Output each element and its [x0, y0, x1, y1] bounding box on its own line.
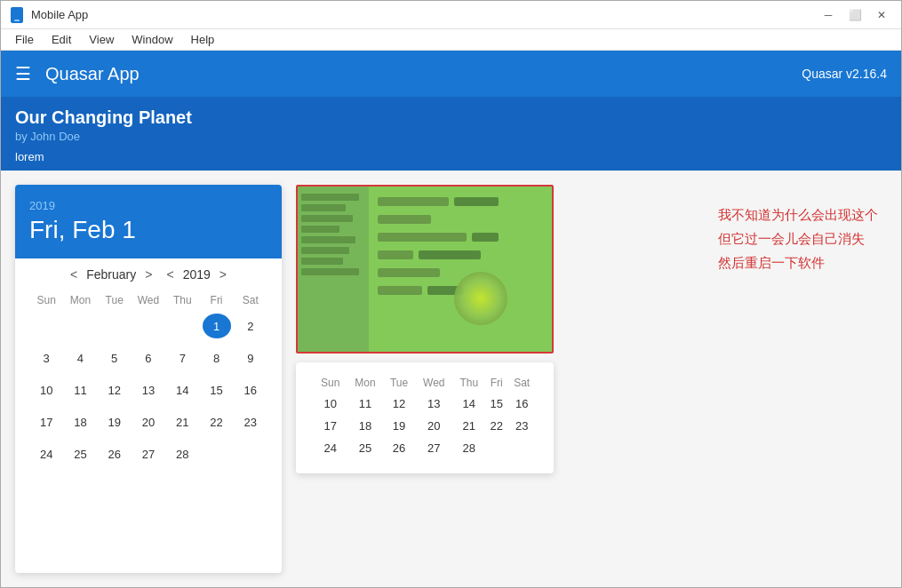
- close-button[interactable]: ✕: [869, 5, 894, 25]
- calendar-day[interactable]: 3: [29, 342, 63, 374]
- next-month-button[interactable]: >: [140, 266, 157, 283]
- col-fri: Fri: [199, 290, 233, 310]
- window-frame: Mobile App ─ ⬜ ✕ File Edit View Window H…: [0, 0, 902, 588]
- menu-edit[interactable]: Edit: [44, 31, 78, 48]
- banner-author: by John Doe: [15, 130, 887, 143]
- menu-help[interactable]: Help: [184, 31, 222, 48]
- below-calendar-day[interactable]: 23: [507, 415, 536, 437]
- col-sun: Sun: [29, 290, 63, 310]
- hamburger-icon[interactable]: ☰: [15, 63, 31, 84]
- calendar-day: [29, 310, 63, 342]
- calendar-grid: Sun Mon Tue Wed Thu Fri Sat 123456789101…: [29, 290, 267, 470]
- annotation-line3: 然后重启一下软件: [718, 250, 878, 274]
- prev-month-button[interactable]: <: [65, 266, 83, 283]
- calendar-day[interactable]: 2: [234, 310, 267, 342]
- calendar-day: [234, 438, 267, 470]
- below-calendar-day[interactable]: 19: [383, 415, 414, 437]
- below-col-tue: Tue: [383, 373, 414, 393]
- calendar-header: 2019 Fri, Feb 1: [15, 185, 282, 258]
- menu-view[interactable]: View: [82, 31, 121, 48]
- calendar-day[interactable]: 18: [63, 406, 97, 438]
- calendar-day[interactable]: 4: [63, 342, 97, 374]
- below-calendar-day: [507, 437, 536, 459]
- header-left: ☰ Quasar App: [15, 63, 140, 84]
- below-calendar-day[interactable]: 15: [485, 393, 507, 415]
- calendar-day[interactable]: 10: [29, 374, 63, 406]
- menu-file[interactable]: File: [8, 31, 41, 48]
- below-calendar-day[interactable]: 13: [415, 393, 453, 415]
- next-year-button[interactable]: >: [214, 266, 232, 283]
- calendar-day[interactable]: 25: [63, 438, 97, 470]
- calendar-day: [165, 310, 199, 342]
- main-content: 2019 Fri, Feb 1 < February > < 2019 > Su…: [1, 171, 901, 587]
- overlay-row-1: [378, 195, 543, 208]
- below-calendar-day[interactable]: 26: [383, 437, 414, 459]
- title-bar: Mobile App ─ ⬜ ✕: [1, 1, 901, 29]
- col-tue: Tue: [98, 290, 132, 310]
- calendar-date: Fri, Feb 1: [29, 216, 267, 244]
- calendar-day[interactable]: 14: [165, 374, 199, 406]
- calendar-day[interactable]: 19: [98, 406, 132, 438]
- calendar-day[interactable]: 11: [63, 374, 97, 406]
- calendar-body: < February > < 2019 > Sun Mon Tue Wed: [15, 258, 282, 484]
- window-controls: ─ ⬜ ✕: [816, 5, 894, 25]
- maximize-button[interactable]: ⬜: [842, 5, 867, 25]
- below-calendar-day[interactable]: 10: [314, 393, 347, 415]
- col-thu: Thu: [165, 290, 199, 310]
- calendar-day[interactable]: 27: [132, 438, 165, 470]
- calendar-day[interactable]: 9: [234, 342, 267, 374]
- overlay-row-2: [378, 213, 543, 226]
- annotation: 我不知道为什么会出现这个 但它过一会儿会自己消失 然后重启一下软件: [718, 203, 878, 274]
- below-calendar-day[interactable]: 21: [453, 415, 485, 437]
- calendar-row: 2425262728: [29, 438, 267, 470]
- app-icon: [8, 6, 26, 24]
- calendar-day[interactable]: 28: [165, 438, 199, 470]
- below-calendar-day[interactable]: 24: [314, 437, 347, 459]
- below-calendar-day[interactable]: 12: [383, 393, 414, 415]
- overlay-row-4: [378, 249, 543, 261]
- menu-bar: File Edit View Window Help: [1, 29, 901, 51]
- menu-window[interactable]: Window: [124, 31, 180, 48]
- below-calendar-day[interactable]: 28: [453, 437, 485, 459]
- below-calendar-day[interactable]: 18: [347, 415, 383, 437]
- calendar-day[interactable]: 8: [199, 342, 233, 374]
- calendar-day[interactable]: 6: [132, 342, 165, 374]
- banner: Our Changing Planet by John Doe lorem: [1, 97, 901, 171]
- overlay-row-3: [378, 231, 543, 243]
- calendar-day[interactable]: 22: [199, 406, 233, 438]
- below-calendar-day[interactable]: 27: [415, 437, 453, 459]
- below-header-row: Sun Mon Tue Wed Thu Fri Sat: [314, 373, 536, 393]
- annotation-line1: 我不知道为什么会出现这个: [718, 203, 878, 226]
- overlay-inner: [298, 187, 552, 352]
- calendar-day[interactable]: 21: [165, 406, 199, 438]
- calendar-day[interactable]: 15: [199, 374, 233, 406]
- calendar-day[interactable]: 5: [98, 342, 132, 374]
- calendar-day: [199, 438, 233, 470]
- below-calendar-day[interactable]: 22: [485, 415, 507, 437]
- calendar-day[interactable]: 1: [199, 310, 233, 342]
- calendar-day[interactable]: 16: [234, 374, 267, 406]
- below-col-sun: Sun: [314, 373, 347, 393]
- below-calendar-day[interactable]: 25: [347, 437, 383, 459]
- calendar-month-label: February: [86, 267, 136, 282]
- calendar-day: [132, 310, 165, 342]
- calendar-day[interactable]: 12: [98, 374, 132, 406]
- calendar-day[interactable]: 26: [98, 438, 132, 470]
- below-col-sat: Sat: [507, 373, 536, 393]
- below-calendar-day[interactable]: 16: [507, 393, 536, 415]
- calendar-day[interactable]: 24: [29, 438, 63, 470]
- calendar-day[interactable]: 7: [165, 342, 199, 374]
- calendar-day[interactable]: 13: [132, 374, 165, 406]
- minimize-button[interactable]: ─: [816, 5, 841, 25]
- banner-lorem: lorem: [15, 150, 887, 163]
- calendar-day[interactable]: 17: [29, 406, 63, 438]
- prev-year-button[interactable]: <: [161, 266, 179, 283]
- below-calendar-day[interactable]: 17: [314, 415, 347, 437]
- col-mon: Mon: [63, 290, 97, 310]
- below-calendar-day[interactable]: 14: [453, 393, 485, 415]
- below-calendar-day[interactable]: 20: [415, 415, 453, 437]
- calendar-day[interactable]: 20: [132, 406, 165, 438]
- calendar-day[interactable]: 23: [234, 406, 267, 438]
- calendar-day: [98, 310, 132, 342]
- below-calendar-day[interactable]: 11: [347, 393, 383, 415]
